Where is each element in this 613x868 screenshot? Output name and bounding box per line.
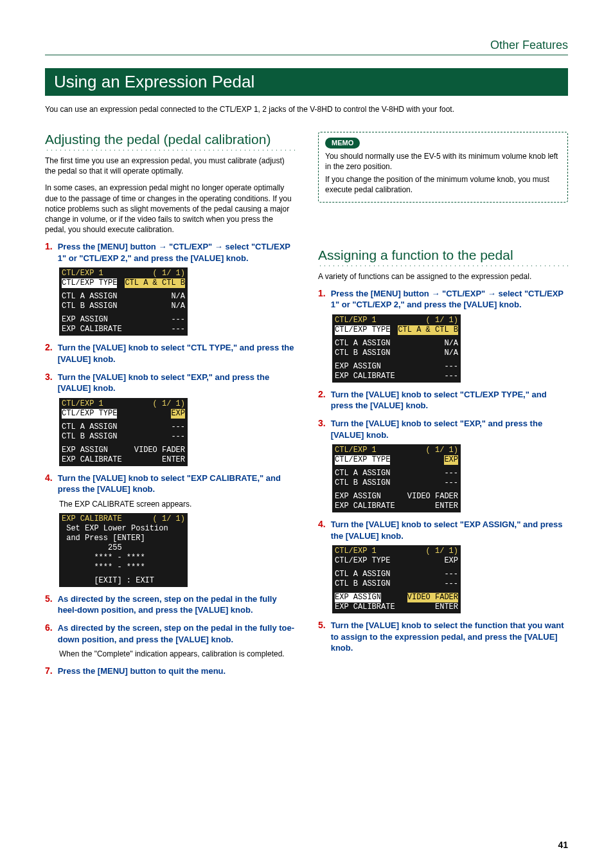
paragraph: In some cases, an expression pedal might… [45, 183, 295, 235]
step-note: The EXP CALIBRATE screen appears. [59, 499, 295, 509]
step-3: 3. Turn the [VALUE] knob to select "EXP,… [318, 418, 568, 440]
step-3: 3. Turn the [VALUE] knob to select "EXP,… [45, 372, 295, 394]
step-5: 5. Turn the [VALUE] knob to select the f… [318, 620, 568, 654]
divider [45, 149, 295, 150]
step-text: As directed by the screen, step on the p… [58, 622, 295, 645]
step-number: 6. [45, 622, 53, 645]
step-6: 6. As directed by the screen, step on th… [45, 622, 295, 645]
step-text: As directed by the screen, step on the p… [58, 593, 295, 616]
step-number: 4. [45, 473, 53, 495]
memo-box: MEMO You should normally use the EV-5 wi… [318, 132, 568, 203]
step-number: 2. [318, 389, 326, 411]
step-text: Turn the [VALUE] knob to select "EXP ASS… [331, 519, 568, 541]
lcd-screenshot: CTL/EXP 1( 1/ 1) CTL/EXP TYPEEXP CTL A A… [332, 545, 461, 613]
step-7: 7. Press the [MENU] button to quit the m… [45, 665, 295, 677]
page-number: 41 [558, 840, 568, 850]
step-number: 4. [318, 519, 326, 541]
step-2: 2. Turn the [VALUE] knob to select "CTL/… [318, 389, 568, 411]
intro-text: You can use an expression pedal connecte… [45, 105, 568, 114]
category-header: Other Features [45, 39, 568, 55]
step-text: Press the [MENU] button to quit the menu… [58, 665, 226, 677]
step-1: 1. Press the [MENU] button → "CTL/EXP" →… [45, 241, 295, 264]
step-text: Turn the [VALUE] knob to select "CTL/EXP… [331, 389, 568, 411]
step-number: 2. [45, 342, 53, 365]
step-text: Turn the [VALUE] knob to select "EXP," a… [331, 418, 568, 440]
right-column: MEMO You should normally use the EV-5 wi… [318, 132, 568, 681]
section-heading-calibration: Adjusting the pedal (pedal calibration) [45, 132, 295, 147]
step-number: 7. [45, 665, 53, 677]
step-1: 1. Press the [MENU] button → "CTL/EXP" →… [318, 288, 568, 311]
lcd-screenshot: CTL/EXP 1( 1/ 1) CTL/EXP TYPECTL A & CTL… [332, 314, 461, 383]
memo-badge: MEMO [325, 138, 360, 149]
page-title: Using an Expression Pedal [45, 68, 568, 96]
step-number: 1. [45, 241, 53, 264]
step-5: 5. As directed by the screen, step on th… [45, 593, 295, 616]
paragraph: A variety of functions can be assigned t… [318, 271, 568, 282]
left-column: Adjusting the pedal (pedal calibration) … [45, 132, 295, 681]
paragraph: The first time you use an expression ped… [45, 156, 295, 176]
step-number: 3. [318, 418, 326, 440]
memo-text: If you change the position of the minimu… [325, 174, 561, 195]
step-text: Press the [MENU] button → "CTL/EXP" → se… [331, 288, 568, 311]
lcd-screenshot: CTL/EXP 1( 1/ 1) CTL/EXP TYPEEXP CTL A A… [332, 444, 461, 512]
step-number: 5. [318, 620, 326, 654]
memo-text: You should normally use the EV-5 with it… [325, 151, 561, 172]
step-number: 1. [318, 288, 326, 311]
divider [318, 264, 568, 266]
step-number: 3. [45, 372, 53, 394]
section-heading-assign: Assigning a function to the pedal [318, 248, 568, 263]
step-4: 4. Turn the [VALUE] knob to select "EXP … [318, 519, 568, 541]
step-note: When the "Complete" indication appears, … [59, 649, 295, 659]
step-number: 5. [45, 593, 53, 616]
step-text: Press the [MENU] button → "CTL/EXP" → se… [58, 241, 295, 264]
step-text: Turn the [VALUE] knob to select "EXP," a… [58, 372, 295, 394]
step-text: Turn the [VALUE] knob to select "CTL TYP… [58, 342, 295, 365]
step-2: 2. Turn the [VALUE] knob to select "CTL … [45, 342, 295, 365]
step-text: Turn the [VALUE] knob to select "EXP CAL… [58, 473, 295, 495]
lcd-screenshot: EXP CALIBRATE( 1/ 1) Set EXP Lower Posit… [59, 513, 188, 587]
lcd-screenshot: CTL/EXP 1( 1/ 1) CTL/EXP TYPECTL A & CTL… [59, 267, 188, 336]
step-4: 4. Turn the [VALUE] knob to select "EXP … [45, 473, 295, 495]
lcd-screenshot: CTL/EXP 1( 1/ 1) CTL/EXP TYPEEXP CTL A A… [59, 398, 188, 466]
step-text: Turn the [VALUE] knob to select the func… [331, 620, 568, 654]
